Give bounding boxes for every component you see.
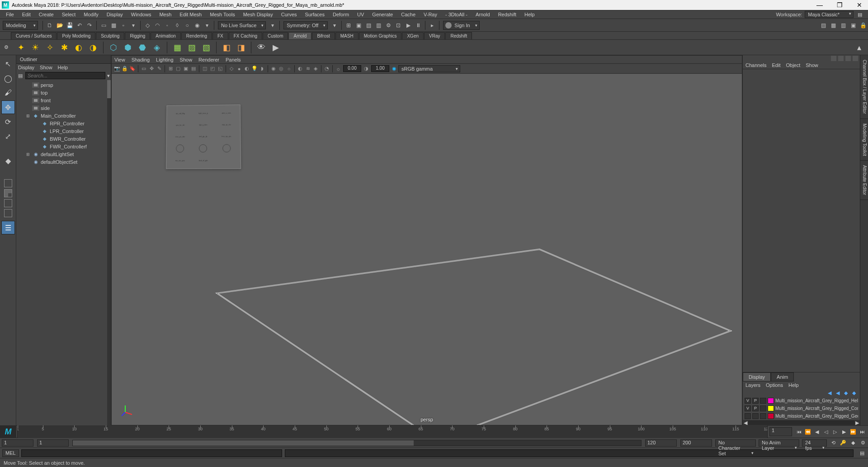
menu-select[interactable]: Select: [58, 12, 80, 17]
outliner-node-defaultobjectset[interactable]: defaultObjectSet: [16, 158, 111, 166]
layer-playback-toggle[interactable]: [752, 413, 759, 419]
viewport-menu-shading[interactable]: Shading: [132, 57, 150, 62]
vp-gamma-value[interactable]: 1.00: [371, 65, 389, 72]
menu-set-selector[interactable]: Modeling: [3, 21, 38, 30]
account-signin[interactable]: Sign In: [443, 21, 479, 30]
shelf-tab-rendering[interactable]: Rendering: [181, 32, 212, 39]
undo-icon[interactable]: ↶: [75, 21, 84, 30]
shelf-tab-xgen[interactable]: XGen: [402, 32, 424, 39]
layer-tab-anim[interactable]: Anim: [771, 372, 794, 381]
outliner-menu-display[interactable]: Display: [18, 65, 34, 70]
viewport-menu-panels[interactable]: Panels: [226, 57, 241, 62]
range-start-field[interactable]: 1: [2, 439, 33, 447]
auto-key-icon[interactable]: 🔑: [839, 439, 847, 447]
vp-image-plane-icon[interactable]: ▭: [140, 65, 147, 72]
arnold-utilities-icon[interactable]: ▧: [199, 41, 213, 54]
outliner-node-main_controller[interactable]: ⊞Main_Controller: [16, 112, 111, 119]
shelf-tab-curves-surfaces[interactable]: Curves / Surfaces: [11, 32, 57, 39]
snap-surface-icon[interactable]: ○: [183, 21, 192, 30]
snap-grid-icon[interactable]: ◇: [143, 21, 152, 30]
vp-grease-icon[interactable]: ✎: [156, 65, 163, 72]
menu-display[interactable]: Display: [103, 12, 127, 17]
shelf-tab-fx[interactable]: FX: [212, 32, 228, 39]
channels-menu-show[interactable]: Show: [806, 62, 818, 68]
hyperbolic-icon[interactable]: [853, 56, 858, 61]
outliner-node-lpr_controller[interactable]: LPR_Controller: [16, 127, 111, 135]
select-component-icon[interactable]: ▫: [119, 21, 128, 30]
vp-resolution-gate-icon[interactable]: ▣: [182, 65, 189, 72]
arnold-volume-icon[interactable]: ⬣: [136, 41, 149, 54]
viewport-menu-renderer[interactable]: Renderer: [198, 57, 219, 62]
layer-visible-toggle[interactable]: [745, 413, 751, 419]
channels-menu-object[interactable]: Object: [786, 62, 800, 68]
outliner-node-rpr_controller[interactable]: RPR_Controller: [16, 119, 111, 127]
menu-help[interactable]: Help: [520, 12, 539, 17]
render-frame-icon[interactable]: ▣: [354, 21, 363, 30]
layer-display-type[interactable]: [760, 405, 766, 411]
live-surface-field[interactable]: No Live Surface: [218, 21, 266, 29]
shelf-tab-custom[interactable]: Custom: [263, 32, 288, 39]
search-mode-icon[interactable]: ▤: [17, 73, 24, 79]
expand-icon[interactable]: ⊞: [25, 114, 31, 118]
viewport-menu-view[interactable]: View: [114, 57, 125, 62]
lasso-tool-icon[interactable]: ◯: [1, 71, 15, 85]
vp-bookmark-icon[interactable]: 🔖: [129, 65, 136, 72]
channels-menu-channels[interactable]: Channels: [745, 62, 766, 68]
side-tab-attribute-editor[interactable]: Attribute Editor: [860, 161, 868, 200]
outliner-search-input[interactable]: [25, 72, 105, 79]
viewport-menu-show[interactable]: Show: [180, 57, 193, 62]
vp-2d-pan-icon[interactable]: ✥: [148, 65, 155, 72]
step-back-key-icon[interactable]: ⏪: [804, 428, 812, 436]
save-scene-icon[interactable]: 💾: [65, 21, 74, 30]
vp-lights-icon[interactable]: 💡: [251, 65, 258, 72]
menu-uv[interactable]: UV: [353, 12, 368, 17]
layer-playback-toggle[interactable]: P: [752, 398, 759, 404]
live-surface-menu-icon[interactable]: ▾: [268, 21, 277, 30]
expand-icon[interactable]: ⊞: [25, 152, 31, 157]
display-layer[interactable]: VPMulti_mission_Aircraft_Grey_Rigged_Hel…: [743, 397, 860, 405]
snap-live-icon[interactable]: ◉: [193, 21, 202, 30]
arnold-play-icon[interactable]: ▶: [269, 41, 283, 54]
outliner-node-top[interactable]: top: [16, 89, 111, 96]
outliner-toggle-icon[interactable]: ☰: [1, 221, 15, 234]
vp-wireframe-icon[interactable]: ◇: [228, 65, 235, 72]
shelf-tab-rigging[interactable]: Rigging: [125, 32, 150, 39]
arnold-mesh-light-icon[interactable]: ✧: [43, 41, 57, 54]
vp-textured-icon[interactable]: ◐: [243, 65, 250, 72]
workspace-layout-icon[interactable]: ▤: [854, 12, 866, 18]
layers-scrollbar[interactable]: ◀▶: [743, 420, 860, 425]
layers-menu-help[interactable]: Help: [788, 382, 799, 388]
vp-view-transform[interactable]: sRGB gamma: [398, 65, 460, 72]
shelf-tab-redshift[interactable]: Redshift: [445, 32, 472, 39]
layer-visible-toggle[interactable]: V: [745, 398, 751, 404]
move-layer-down-icon[interactable]: ◀: [835, 390, 841, 396]
symmetry-field[interactable]: Symmetry: Off: [283, 21, 328, 29]
vp-dof-icon[interactable]: ◔: [323, 65, 330, 72]
select-tool-icon[interactable]: ↖: [1, 57, 15, 71]
range-track[interactable]: [72, 440, 642, 446]
set-key-icon[interactable]: ◆: [849, 439, 857, 447]
range-end-field[interactable]: 200: [680, 439, 712, 447]
vp-safe-action-icon[interactable]: ◰: [209, 65, 216, 72]
menu-arnold[interactable]: Arnold: [472, 12, 494, 17]
layers-menu-options[interactable]: Options: [766, 382, 783, 388]
arnold-curve-collector-icon[interactable]: ⬡: [107, 41, 120, 54]
snap-plane-icon[interactable]: ◊: [173, 21, 182, 30]
outliner-menu-help[interactable]: Help: [58, 65, 68, 70]
display-layer[interactable]: VPMulti_mission_Aircraft_Grey_Rigged_Con…: [743, 405, 860, 412]
arnold-procedural-icon[interactable]: ◈: [150, 41, 164, 54]
display-layer[interactable]: Multi_mission_Aircraft_Grey_Rigged_Geome…: [743, 412, 860, 420]
vp-color-mgmt-icon[interactable]: ◉: [391, 65, 398, 72]
new-layer-icon[interactable]: ◆: [843, 390, 849, 396]
shelf-tab-fx-caching[interactable]: FX Caching: [229, 32, 262, 39]
outliner-node-front[interactable]: front: [16, 96, 111, 104]
current-frame-field[interactable]: 1: [769, 427, 792, 436]
arnold-render-settings-icon[interactable]: ◨: [234, 41, 248, 54]
maximize-button[interactable]: ❐: [833, 1, 846, 9]
toggle-icon[interactable]: ▸: [428, 21, 437, 30]
hypershade-icon[interactable]: ▶: [404, 21, 413, 30]
vp-field-chart-icon[interactable]: ◫: [201, 65, 208, 72]
search-dropdown-icon[interactable]: ▾: [107, 73, 110, 79]
select-hierarchy-icon[interactable]: ▭: [99, 21, 108, 30]
side-tab-channel-box-layer-editor[interactable]: Channel Box / Layer Editor: [860, 55, 868, 119]
